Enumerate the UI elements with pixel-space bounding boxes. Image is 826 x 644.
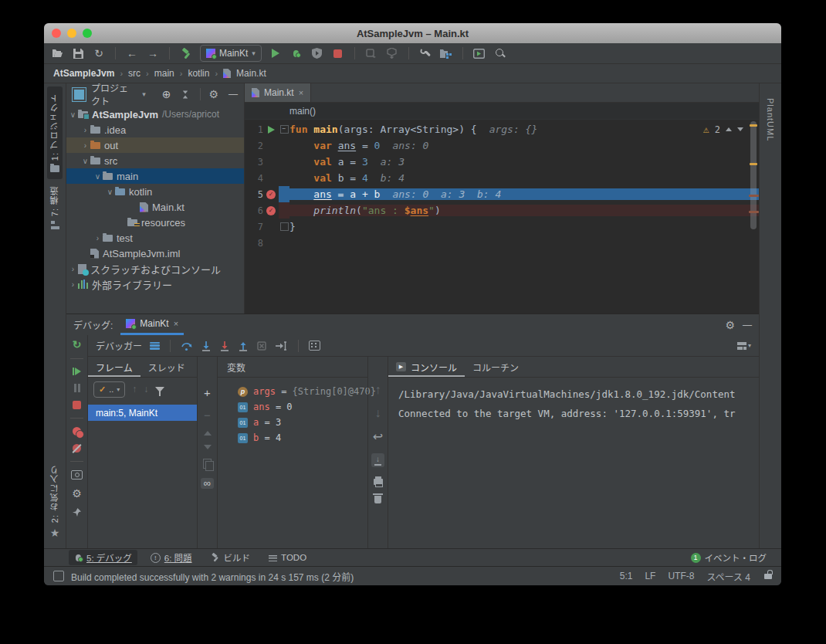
remove-watch-icon[interactable]: − <box>204 408 211 422</box>
back-icon[interactable]: ← <box>125 46 139 60</box>
duplicate-watch-icon[interactable] <box>203 459 212 469</box>
tree-item[interactable]: › test <box>66 230 244 246</box>
breakpoint-icon[interactable]: ✓ <box>266 206 276 215</box>
resume-icon[interactable] <box>73 368 81 375</box>
caret-position[interactable]: 5:1 <box>620 571 633 581</box>
toolwindow-tab-build[interactable]: ビルド <box>205 550 256 565</box>
tree-item-selected[interactable]: ∨ main <box>66 168 244 184</box>
tree-arrow[interactable]: › <box>80 141 90 150</box>
thread-dump-icon[interactable] <box>71 470 83 480</box>
breakpoint-stripe-mark[interactable] <box>749 211 759 213</box>
save-icon[interactable] <box>71 46 85 60</box>
tree-arrow[interactable]: › <box>93 234 103 242</box>
status-message[interactable]: Build completed successfully with 2 warn… <box>71 570 354 583</box>
warning-stripe-mark[interactable] <box>750 124 757 127</box>
run-anything-icon[interactable] <box>472 46 486 60</box>
tab-console[interactable]: ▶ コンソール <box>388 357 465 377</box>
tree-item[interactable]: › 外部ライブラリー <box>66 276 244 292</box>
pin-icon[interactable] <box>72 507 82 517</box>
console-output[interactable]: /Library/Java/JavaVirtualMachines/jdk1.8… <box>388 378 759 423</box>
line-number[interactable]: 2 <box>245 141 263 151</box>
tab-frames[interactable]: フレーム <box>88 357 140 377</box>
debugger-tab-label[interactable]: デバッガー <box>96 339 142 352</box>
tree-arrow[interactable]: › <box>68 265 78 273</box>
breadcrumb-src[interactable]: src <box>128 68 140 79</box>
close-window-button[interactable] <box>52 29 61 38</box>
run-line-icon[interactable] <box>268 126 275 134</box>
tree-arrow[interactable]: › <box>68 280 78 289</box>
debug-session-tab[interactable]: MainKt × <box>120 314 184 335</box>
mute-breakpoints-icon[interactable] <box>73 444 81 452</box>
scrollbar-thumb[interactable] <box>750 121 757 229</box>
tree-item[interactable]: ∨ AtSampleJvm /Users/apricot <box>66 107 244 122</box>
gutter[interactable] <box>263 126 279 134</box>
drop-frame-icon[interactable] <box>256 341 267 351</box>
view-breakpoints-icon[interactable] <box>73 427 81 436</box>
tree-item[interactable]: › .idea <box>66 122 244 137</box>
tree-item[interactable]: › out <box>66 137 244 153</box>
step-over-icon[interactable] <box>181 341 193 351</box>
event-log-button[interactable]: 1 イベント・ログ <box>686 550 773 565</box>
gear-icon[interactable]: ⚙ <box>208 89 218 100</box>
stop-button[interactable] <box>331 46 345 60</box>
breakpoint-icon[interactable]: ✓ <box>266 190 276 199</box>
tree-item[interactable]: › スクラッチおよびコンソール <box>66 261 244 276</box>
toolwindow-tab-problems[interactable]: ! 6: 問題 <box>145 550 198 565</box>
stripe-button-project[interactable]: 1: プロジェクト <box>47 86 63 179</box>
zoom-window-button[interactable] <box>83 29 92 38</box>
project-structure-icon[interactable] <box>439 46 453 60</box>
thread-selector[interactable]: ✓ .. ▾ <box>93 381 125 398</box>
soft-wrap-icon[interactable]: ↩ <box>373 429 383 444</box>
tab-coroutines[interactable]: コルーチン <box>465 357 526 377</box>
build-hammer-icon[interactable] <box>179 46 193 60</box>
fold-icon[interactable]: − <box>280 125 289 134</box>
code-area[interactable]: 1 − fun main(args: Array<String>) {args:… <box>245 120 759 314</box>
project-panel-title[interactable]: プロジェクト <box>91 83 137 107</box>
editor-scrollbar[interactable] <box>748 120 759 314</box>
step-out-icon[interactable] <box>238 341 249 351</box>
tree-item[interactable]: resources <box>66 215 244 230</box>
close-tab-icon[interactable]: × <box>299 88 303 97</box>
toolwindow-switcher-icon[interactable] <box>53 571 64 581</box>
editor-tab-mainkt[interactable]: Main.kt × <box>245 83 311 102</box>
chevron-down-icon[interactable]: ▾ <box>142 90 146 98</box>
line-number[interactable]: 4 <box>245 173 263 184</box>
run-button[interactable] <box>269 46 283 60</box>
next-warning-icon[interactable] <box>737 127 743 131</box>
run-configuration-select[interactable]: MainKt ▾ <box>200 45 262 62</box>
stripe-button-structure[interactable]: 7: 構造 <box>47 179 63 236</box>
close-session-icon[interactable]: × <box>174 319 178 328</box>
wrench-icon[interactable] <box>418 46 432 60</box>
scroll-up-icon[interactable]: ↑ <box>375 383 381 397</box>
file-encoding[interactable]: UTF-8 <box>668 571 694 581</box>
step-into-icon[interactable] <box>201 341 212 351</box>
run-to-cursor-icon[interactable] <box>275 341 288 351</box>
coverage-button[interactable] <box>310 46 324 60</box>
line-number[interactable]: 1 <box>245 124 263 135</box>
variable-row[interactable]: 01 b = 4 <box>218 430 367 446</box>
prev-frame-icon[interactable]: ↑ <box>132 384 137 395</box>
attach-profiler-icon[interactable] <box>364 46 378 60</box>
tree-item[interactable]: ∨ kotlin <box>66 184 244 199</box>
indent-style[interactable]: スペース 4 <box>706 570 750 583</box>
forward-icon[interactable]: → <box>146 46 160 60</box>
variable-row[interactable]: p args = {String[0]@470} <box>218 384 367 399</box>
lock-icon[interactable] <box>764 574 772 579</box>
line-number[interactable]: 6 <box>245 205 263 216</box>
tree-arrow[interactable]: ∨ <box>93 172 103 181</box>
variable-row[interactable]: 01 ans = 0 <box>218 399 367 415</box>
stripe-button-plantuml[interactable]: PlantUML <box>764 91 777 148</box>
move-watch-up-icon[interactable] <box>204 431 212 436</box>
line-number[interactable]: 3 <box>245 157 263 168</box>
gear-icon[interactable]: ⚙ <box>725 320 735 330</box>
collapse-all-icon[interactable] <box>182 90 188 99</box>
line-number[interactable]: 8 <box>245 238 263 249</box>
tree-arrow[interactable]: ∨ <box>105 188 115 196</box>
breakpoint-stripe-mark[interactable] <box>749 195 759 197</box>
line-number[interactable]: 7 <box>245 222 263 232</box>
rerun-icon[interactable]: ↻ <box>73 339 82 350</box>
gutter[interactable]: ✓ <box>263 190 279 199</box>
next-frame-icon[interactable]: ↓ <box>144 384 148 395</box>
filter-icon[interactable] <box>155 387 164 392</box>
stop-icon[interactable] <box>73 401 81 409</box>
